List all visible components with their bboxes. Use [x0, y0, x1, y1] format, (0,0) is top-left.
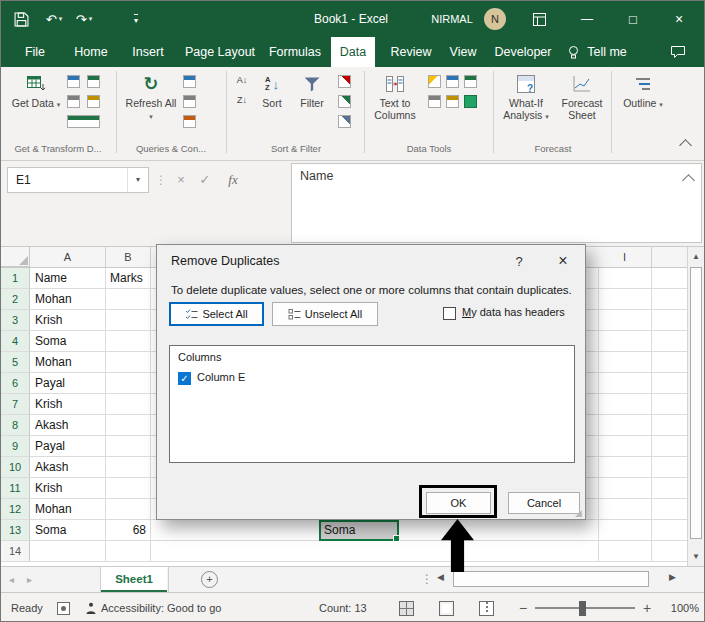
tab-formulas[interactable]: Formulas: [263, 37, 327, 67]
cell-a7[interactable]: Krish: [31, 394, 105, 415]
recent-sources-icon[interactable]: [87, 95, 100, 108]
forecast-sheet-button[interactable]: Forecast Sheet: [557, 71, 607, 137]
zoom-out-button[interactable]: −: [519, 593, 527, 622]
tab-insert[interactable]: Insert: [123, 37, 173, 67]
row-header[interactable]: 5: [1, 352, 30, 373]
cell-a12[interactable]: Mohan: [31, 499, 105, 520]
cell-a9[interactable]: Payal: [31, 436, 105, 457]
cell-a1[interactable]: Name: [31, 268, 105, 289]
cell-a3[interactable]: Krish: [31, 310, 105, 331]
tell-me[interactable]: Tell me: [583, 37, 631, 67]
redo-button[interactable]: ↷▾: [71, 1, 97, 37]
formula-bar-splitter-icon[interactable]: ⋮: [155, 167, 167, 193]
my-data-has-headers-checkbox[interactable]: [443, 307, 456, 320]
from-text-csv-icon[interactable]: [67, 75, 80, 88]
what-if-analysis-button[interactable]: ? What-If Analysis ▾: [499, 71, 553, 137]
zoom-level[interactable]: 100%: [659, 593, 699, 622]
tab-scroll-splitter-icon[interactable]: ⋮: [421, 567, 433, 592]
cell-a10[interactable]: Akash: [31, 457, 105, 478]
fill-handle[interactable]: [393, 535, 400, 542]
prev-sheet-button[interactable]: ◂: [9, 567, 14, 592]
cell-a13[interactable]: Soma: [31, 520, 105, 541]
row-header[interactable]: 9: [1, 436, 30, 457]
my-data-has-headers-label[interactable]: My data has headers: [462, 306, 565, 318]
new-sheet-button[interactable]: +: [201, 571, 218, 588]
name-box[interactable]: E1 ▾: [7, 167, 149, 193]
h-scroll-left-button[interactable]: ◀: [437, 572, 444, 582]
enter-entry-button[interactable]: ✓: [195, 167, 215, 193]
get-data-button[interactable]: Get Data ▾: [11, 71, 61, 137]
properties-icon[interactable]: [183, 95, 196, 108]
sort-ascending-button[interactable]: A↓: [232, 75, 252, 91]
consolidate-icon[interactable]: [428, 95, 441, 108]
record-macro-icon[interactable]: [57, 602, 70, 615]
text-to-columns-button[interactable]: Text to Columns: [369, 71, 421, 137]
data-validation-icon[interactable]: [464, 75, 477, 88]
tab-page-layout[interactable]: Page Layout: [181, 37, 259, 67]
cell-b1[interactable]: Marks: [106, 268, 150, 289]
row-header[interactable]: 1: [1, 268, 30, 289]
from-table-range-icon[interactable]: [67, 95, 80, 108]
undo-button[interactable]: ↶▾: [41, 1, 67, 37]
cell-a8[interactable]: Akash: [31, 415, 105, 436]
column-e-checkbox[interactable]: ✓: [178, 372, 191, 385]
sort-descending-button[interactable]: Z↓: [232, 95, 252, 111]
cell-a6[interactable]: Payal: [31, 373, 105, 394]
vertical-scroll-thumb[interactable]: [690, 267, 702, 539]
name-box-dropdown-icon[interactable]: ▾: [127, 168, 148, 192]
scroll-up-button[interactable]: ▲: [688, 252, 704, 261]
remove-duplicates-icon[interactable]: [446, 75, 459, 88]
scroll-down-button[interactable]: ▼: [688, 552, 704, 561]
selected-cell-e13[interactable]: Soma: [319, 520, 399, 541]
cell-a5[interactable]: Mohan: [31, 352, 105, 373]
formula-input[interactable]: Name: [291, 163, 702, 243]
tab-data[interactable]: Data: [331, 37, 375, 67]
collapse-formula-bar-button[interactable]: [684, 176, 693, 185]
row-header[interactable]: 2: [1, 289, 30, 310]
row-header[interactable]: 13: [1, 520, 30, 541]
ribbon-display-options-button[interactable]: [525, 1, 553, 37]
outline-button[interactable]: Outline ▾: [617, 71, 669, 137]
vertical-scrollbar[interactable]: ▲ ▼: [687, 247, 704, 566]
cell-a4[interactable]: Soma: [31, 331, 105, 352]
dialog-help-button[interactable]: ?: [507, 251, 531, 273]
next-sheet-button[interactable]: ▸: [27, 567, 32, 592]
flash-fill-icon[interactable]: [428, 75, 441, 88]
cell-b13[interactable]: 68: [106, 520, 150, 541]
select-all-button[interactable]: Select All: [169, 302, 264, 326]
account-avatar[interactable]: N: [481, 1, 509, 37]
unselect-all-button[interactable]: Unselect All: [272, 302, 378, 326]
row-header[interactable]: 4: [1, 331, 30, 352]
page-layout-view-button[interactable]: [439, 601, 454, 616]
cancel-button[interactable]: Cancel: [508, 492, 580, 514]
row-header[interactable]: 8: [1, 415, 30, 436]
edit-links-icon[interactable]: [183, 115, 196, 128]
horizontal-scroll-thumb[interactable]: [453, 571, 649, 587]
row-header[interactable]: 7: [1, 394, 30, 415]
cell-a14[interactable]: [31, 541, 105, 562]
dialog-close-button[interactable]: ×: [545, 249, 581, 273]
queries-connections-icon[interactable]: [183, 75, 196, 88]
h-scroll-right-button[interactable]: ▶: [669, 572, 676, 582]
maximize-button[interactable]: □: [613, 1, 653, 37]
customize-quick-access-button[interactable]: ▾: [123, 1, 149, 37]
tab-file[interactable]: File: [15, 37, 55, 67]
sort-button[interactable]: AZ ↓ Sort: [254, 71, 290, 137]
normal-view-button[interactable]: [399, 601, 414, 616]
account-name[interactable]: NIRMAL: [425, 1, 479, 37]
cell-a11[interactable]: Krish: [31, 478, 105, 499]
clear-filter-icon[interactable]: [338, 75, 351, 88]
insert-function-button[interactable]: fx: [221, 167, 245, 193]
columns-listbox[interactable]: Columns ✓ Column E: [169, 345, 575, 463]
row-header[interactable]: 12: [1, 499, 30, 520]
cancel-entry-button[interactable]: ×: [171, 167, 191, 193]
select-all-corner[interactable]: [1, 247, 30, 267]
filter-button[interactable]: Filter: [293, 71, 331, 137]
zoom-slider-thumb[interactable]: [579, 601, 586, 616]
sheet-tab-sheet1[interactable]: Sheet1: [101, 567, 167, 592]
zoom-in-button[interactable]: +: [643, 593, 651, 622]
comments-button[interactable]: [663, 37, 693, 67]
row-header[interactable]: 14: [1, 541, 30, 562]
from-web-icon[interactable]: [87, 75, 100, 88]
tab-review[interactable]: Review: [383, 37, 439, 67]
